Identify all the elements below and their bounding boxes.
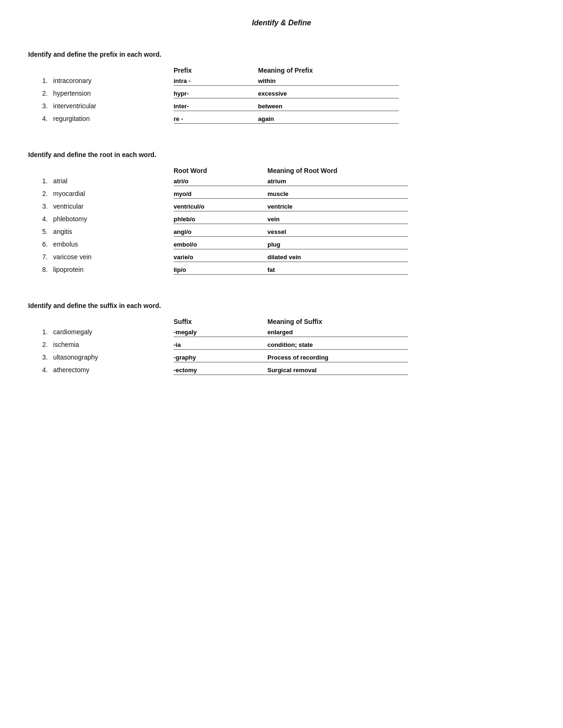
suffix-meaning: Process of recording [267, 354, 408, 362]
word-cell: 2. myocardial [42, 190, 174, 197]
table-row: 2. hypertension hypr- excessive [42, 90, 535, 98]
word-cell: 3. ultasonography [42, 353, 174, 361]
suffix-col3-header: Meaning of Suffix [267, 318, 408, 325]
root-meaning: dilated vein [267, 254, 408, 262]
root-meaning: ventricle [267, 203, 408, 211]
suffix-col2-header: Suffix [174, 318, 267, 325]
section-prefix: Identify and define the prefix in each w… [28, 51, 535, 128]
table-row: 5. angitis angi/o vessel [42, 228, 535, 237]
table-row: 1. cardiomegaly -megaly enlarged [42, 328, 535, 337]
word-cell: 4. atherectomy [42, 366, 174, 374]
table-row: 3. ultasonography -graphy Process of rec… [42, 353, 535, 362]
prefix-meaning: excessive [258, 90, 399, 98]
prefix-answer: intra - [174, 77, 258, 86]
suffix-meaning: enlarged [267, 329, 408, 337]
root-meaning: atrium [267, 178, 408, 186]
section3-instruction: Identify and define the suffix in each w… [28, 302, 535, 309]
page-title: Identify & Define [28, 19, 535, 27]
root-answer: lip/o [174, 266, 267, 275]
word-cell: 1. intracoronary [42, 77, 174, 84]
prefix-answer: hypr- [174, 90, 258, 98]
table-row: 1. intracoronary intra - within [42, 77, 535, 86]
root-meaning: vein [267, 216, 408, 224]
suffix-answer: -graphy [174, 354, 267, 362]
word-cell: 2. ischemia [42, 341, 174, 348]
root-meaning: muscle [267, 190, 408, 199]
prefix-meaning: between [258, 103, 399, 111]
root-header-row: Root Word Meaning of Root Word [42, 167, 535, 174]
prefix-answer: re - [174, 115, 258, 124]
word-cell: 3. ventricular [42, 203, 174, 210]
table-row: 4. regurgitation re - again [42, 115, 535, 124]
word-cell: 6. embolus [42, 240, 174, 248]
prefix-table: Prefix Meaning of Prefix 1. intracoronar… [28, 67, 535, 128]
prefix-answer: inter- [174, 103, 258, 111]
root-col3-header: Meaning of Root Word [267, 167, 408, 174]
root-answer: varie/o [174, 254, 267, 262]
prefix-meaning: again [258, 115, 399, 124]
word-cell: 1. atrial [42, 177, 174, 185]
word-cell: 1. cardiomegaly [42, 328, 174, 336]
root-answer: embol/o [174, 241, 267, 249]
table-row: 8. lipoprotein lip/o fat [42, 266, 535, 275]
suffix-meaning: condition; state [267, 341, 408, 350]
word-cell: 2. hypertension [42, 90, 174, 97]
section-root: Identify and define the root in each wor… [28, 151, 535, 278]
section-suffix: Identify and define the suffix in each w… [28, 302, 535, 379]
root-col2-header: Root Word [174, 167, 267, 174]
table-row: 6. embolus embol/o plug [42, 240, 535, 249]
prefix-col3-header: Meaning of Prefix [258, 67, 399, 74]
suffix-table: Suffix Meaning of Suffix 1. cardiomegaly… [28, 318, 535, 379]
section1-instruction: Identify and define the prefix in each w… [28, 51, 535, 58]
suffix-answer: -ia [174, 341, 267, 350]
section2-instruction: Identify and define the root in each wor… [28, 151, 535, 158]
root-meaning: fat [267, 266, 408, 275]
table-row: 3. interventricular inter- between [42, 102, 535, 111]
table-row: 3. ventricular ventricul/o ventricle [42, 203, 535, 211]
prefix-header-row: Prefix Meaning of Prefix [42, 67, 535, 74]
table-row: 4. phlebotomy phleb/o vein [42, 215, 535, 224]
root-table: Root Word Meaning of Root Word 1. atrial… [28, 167, 535, 278]
suffix-answer: -ectomy [174, 367, 267, 375]
word-cell: 7. varicose vein [42, 253, 174, 261]
prefix-col2-header: Prefix [174, 67, 258, 74]
table-row: 7. varicose vein varie/o dilated vein [42, 253, 535, 262]
table-row: 2. ischemia -ia condition; state [42, 341, 535, 350]
word-cell: 4. regurgitation [42, 115, 174, 122]
suffix-meaning: Surgical removal [267, 367, 408, 375]
root-answer: phleb/o [174, 216, 267, 224]
suffix-col1-header [42, 318, 174, 325]
word-cell: 8. lipoprotein [42, 266, 174, 273]
table-row: 2. myocardial myo/d muscle [42, 190, 535, 199]
root-answer: atri/o [174, 178, 267, 186]
word-cell: 3. interventricular [42, 102, 174, 110]
suffix-header-row: Suffix Meaning of Suffix [42, 318, 535, 325]
table-row: 1. atrial atri/o atrium [42, 177, 535, 186]
word-cell: 5. angitis [42, 228, 174, 235]
root-meaning: vessel [267, 228, 408, 237]
word-cell: 4. phlebotomy [42, 215, 174, 223]
root-answer: ventricul/o [174, 203, 267, 211]
table-row: 4. atherectomy -ectomy Surgical removal [42, 366, 535, 375]
root-col1-header [42, 167, 174, 174]
root-answer: myo/d [174, 190, 267, 199]
prefix-col1-header [42, 67, 174, 74]
suffix-answer: -megaly [174, 329, 267, 337]
prefix-meaning: within [258, 77, 399, 86]
root-answer: angi/o [174, 228, 267, 237]
root-meaning: plug [267, 241, 408, 249]
